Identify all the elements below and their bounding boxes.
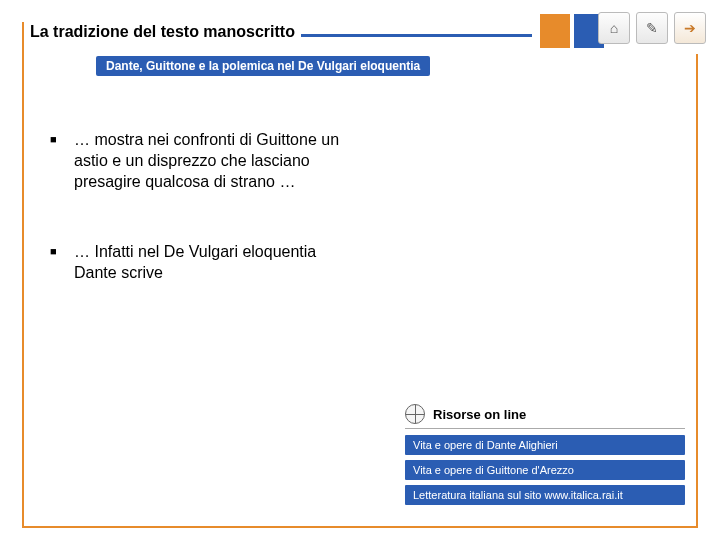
color-blocks — [540, 14, 604, 48]
resource-link[interactable]: Letteratura italiana sul sito www.italic… — [405, 485, 685, 505]
bullet-item: … Infatti nel De Vulgari eloquentia Dant… — [50, 242, 360, 284]
frame-border-right — [696, 54, 698, 528]
content: … mostra nei confronti di Guittone un as… — [50, 130, 360, 334]
globe-icon — [405, 404, 425, 424]
bullet-list: … mostra nei confronti di Guittone un as… — [50, 130, 360, 284]
top-icons: ⌂ ✎ ➔ — [598, 12, 706, 44]
home-icon[interactable]: ⌂ — [598, 12, 630, 44]
resources-panel: Risorse on line Vita e opere di Dante Al… — [405, 402, 685, 510]
resource-link[interactable]: Vita e opere di Dante Alighieri — [405, 435, 685, 455]
block-orange — [540, 14, 570, 48]
title-box: La tradizione del testo manoscritto — [30, 23, 301, 41]
page-title: La tradizione del testo manoscritto — [30, 23, 295, 41]
arrow-icon[interactable]: ➔ — [674, 12, 706, 44]
slide: La tradizione del testo manoscritto ⌂ ✎ … — [0, 0, 720, 540]
resources-header: Risorse on line — [405, 402, 685, 429]
resources-title: Risorse on line — [433, 407, 526, 422]
bullet-item: … mostra nei confronti di Guittone un as… — [50, 130, 360, 192]
resource-link[interactable]: Vita e opere di Guittone d'Arezzo — [405, 460, 685, 480]
note-icon[interactable]: ✎ — [636, 12, 668, 44]
subtitle: Dante, Guittone e la polemica nel De Vul… — [96, 56, 430, 76]
